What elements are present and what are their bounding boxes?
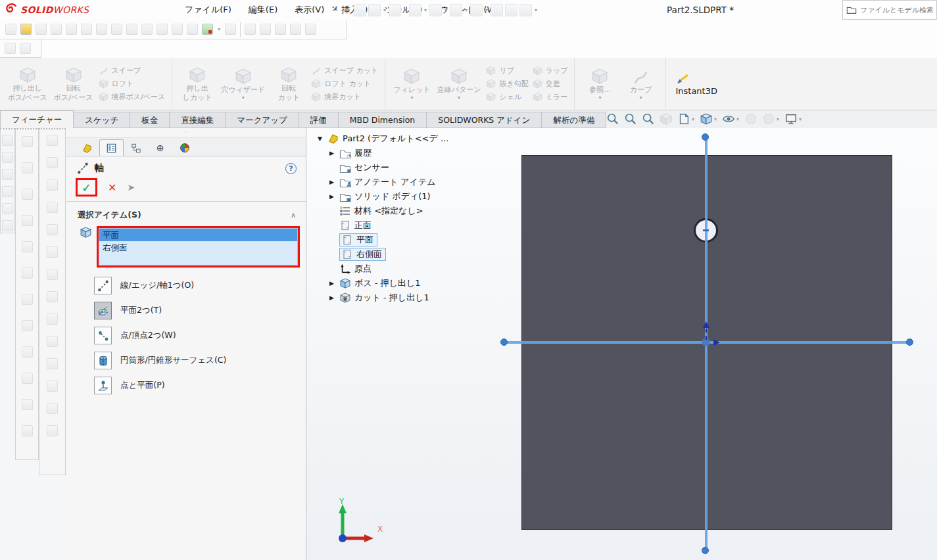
tree-row-part[interactable]: ▼ Part2 (デフォルト<<デ ... [316,131,483,146]
selection-listbox[interactable]: 平面 右側面 [99,228,298,266]
selections-section-header[interactable]: 選択アイテム(S) ∧ [66,202,306,223]
apply-scene-button[interactable]: ▾ [762,112,780,126]
section-view-button[interactable] [660,112,673,126]
edit-appearance-button[interactable] [744,112,757,126]
tree-row-solid-bodies[interactable]: ▶ ▣ ソリッド ボディ(1) [316,189,483,204]
axis-endpoint[interactable] [500,338,508,346]
swept-cut-button[interactable]: スイープ カット [311,66,378,76]
new-document-button[interactable] [368,4,381,16]
undo-dropdown-icon[interactable]: ▾ [464,7,468,13]
draft-button[interactable]: 抜き勾配 [486,79,528,89]
linear-pattern-dropdown-icon[interactable]: ▾ [457,95,461,101]
tree-row-top-plane[interactable]: 平面 [316,233,483,247]
plane-tool-icon[interactable] [2,135,13,146]
motion-icon[interactable] [260,24,271,35]
view-orientation-dropdown-icon[interactable]: ▾ [713,116,717,122]
linear-pattern-button[interactable]: 直線パターン ▾ [436,66,483,102]
zoom-to-fit-button[interactable] [606,112,619,126]
rib-button[interactable]: リブ [486,66,528,76]
view-settings-button[interactable]: ▾ [784,112,802,126]
tree-row-front-plane[interactable]: 正面 [316,218,483,233]
tab-markup[interactable]: マークアップ [225,112,299,128]
mirror-button[interactable]: ミラー [533,92,568,102]
options-gear-button[interactable] [519,4,532,16]
approve-icon[interactable] [275,24,286,35]
tab-displaymanager[interactable] [172,139,197,156]
sensor-dropdown-icon[interactable]: ▾ [217,26,221,32]
boundary-boss-button[interactable]: 境界ボス/ベース [99,92,166,102]
expand-arrow-icon[interactable]: ▶ [327,294,336,301]
view-icon-3[interactable] [22,189,33,200]
save-dropdown-icon[interactable]: ▾ [423,7,427,13]
tab-direct-editing[interactable]: 直接編集 [169,112,226,128]
tab-analysis-prep[interactable]: 解析の準備 [541,112,606,128]
view-icon-2[interactable] [22,162,33,174]
option-two-planes[interactable]: 平面2つ(T) [94,302,306,319]
reference-dropdown-icon[interactable]: ▾ [598,95,602,101]
selected-tree-item[interactable]: 平面 [339,233,377,246]
tab-configurationmanager[interactable] [124,139,148,156]
view-icon-4[interactable] [22,215,33,226]
option-two-points[interactable]: 点/頂点2つ(W) [94,327,306,344]
fillet-dropdown-icon[interactable]: ▾ [410,95,414,101]
apply-scene-dropdown-icon[interactable]: ▾ [776,116,780,122]
tab-propertymanager[interactable] [99,139,124,156]
curves-dropdown-icon[interactable]: ▾ [638,95,642,101]
home-button[interactable] [354,4,366,16]
swept-boss-button[interactable]: スイープ [99,66,166,76]
axis-endpoint[interactable] [702,133,709,141]
option-one-line-edge-axis[interactable]: 線/エッジ/軸1つ(O) [94,277,306,294]
axis-tool-icon[interactable] [2,152,13,163]
menu-view[interactable]: 表示(V) [286,0,333,20]
stamp-icon[interactable] [47,202,58,213]
spellcheck-icon[interactable] [5,24,16,35]
instant3d-button[interactable]: Instant3D [666,58,727,110]
axis-endpoint[interactable] [702,547,709,554]
print-button[interactable] [429,4,442,16]
tree-row-cut-extrude[interactable]: ▶ カット - 押し出し1 [316,291,483,305]
deviation-analysis-icon[interactable] [141,24,153,35]
selection-item-right-plane[interactable]: 右側面 [99,241,297,254]
symmetry-check-icon[interactable] [111,24,122,35]
design-journal-icon[interactable] [51,24,62,35]
equations-icon[interactable] [126,24,137,35]
pin-button[interactable]: ➤ [128,182,135,193]
surface-finish-icon[interactable] [47,336,58,347]
tab-mbd-dimension[interactable]: MBD Dimension [338,112,427,128]
text-a-icon[interactable] [47,224,58,235]
expand-arrow-icon[interactable]: ▶ [327,193,336,200]
expand-arrow-icon[interactable]: ▶ [327,179,336,185]
tree-row-history[interactable]: ▶ ◔ 履歴 [316,146,483,160]
collapse-chevron-icon[interactable]: ∧ [291,211,296,220]
globe-icon[interactable] [305,24,316,35]
point-tool-icon[interactable] [2,186,13,197]
tree-row-sensors[interactable]: ◉ センサー [316,160,483,175]
search-box[interactable] [842,0,937,20]
view-icon-1[interactable] [22,136,33,147]
performance-icon[interactable] [66,24,77,35]
angle-icon[interactable] [47,403,58,414]
previous-view-button[interactable] [642,112,655,126]
tree-row-material[interactable]: 材料 <指定なし> [316,204,483,218]
check-entity-icon[interactable] [81,24,92,35]
option-point-and-face[interactable]: 点と平面(P) [94,377,306,394]
caliper-icon[interactable] [47,157,58,168]
tab-addins[interactable]: SOLIDWORKS アドイン [426,112,542,128]
ok-button[interactable]: ✓ [82,181,91,195]
tab-dimxpertmanager[interactable]: ⊕ [148,139,172,156]
view-icon-7[interactable] [22,294,33,305]
lofted-boss-button[interactable]: ロフト [99,79,166,89]
tree-row-boss-extrude[interactable]: ▶ ボス - 押し出し1 [316,276,483,291]
measure-icon[interactable] [20,24,32,35]
save-button[interactable] [409,4,421,16]
aaa-icon[interactable] [47,246,58,258]
print-dropdown-icon[interactable]: ▾ [444,7,448,13]
new-dropdown-icon[interactable]: ▾ [383,7,387,13]
expand-arrow-icon[interactable]: ▶ [327,150,336,156]
panel-resize-handle[interactable]: ◦ [66,128,306,138]
extruded-cut-button[interactable]: 押し出 しカット [179,65,216,103]
view-icon-10[interactable] [22,373,33,384]
coordinate-system-tool-icon[interactable] [2,169,13,180]
hide-show-dropdown-icon[interactable]: ▾ [736,116,740,122]
reference-geometry-button[interactable]: 参照... ▾ [581,66,618,102]
